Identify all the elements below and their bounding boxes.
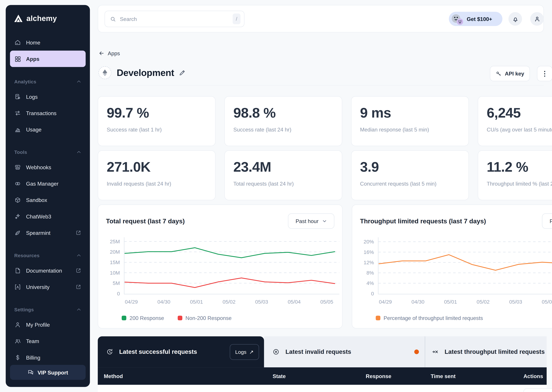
sidebar-item-team[interactable]: Team <box>10 333 86 349</box>
sidebar-item-label: Usage <box>26 126 42 132</box>
legend-item-200-response: 200 Response <box>122 315 164 321</box>
stat-label: Concurrent requests (last 5 min) <box>360 181 460 187</box>
tab-latest-successful-requests[interactable]: Latest successful requests Logs ↗ <box>98 336 264 367</box>
webhooks-icon <box>14 164 21 170</box>
sidebar-item-label: Logs <box>26 94 38 100</box>
sidebar: alchemy Home Apps Analytics Logs Transac <box>6 5 90 387</box>
more-options-button[interactable]: ⋮ <box>537 66 552 81</box>
svg-text:20%: 20% <box>363 239 374 245</box>
chatweb3-sparkles-icon <box>14 213 21 220</box>
invalid-requests-indicator-dot <box>414 350 419 354</box>
stat-label: Invalid requests (last 24 hr) <box>107 181 207 187</box>
stat-card-success-rate-1hr: 99.7 % Success rate (last 1 hr) <box>98 96 216 146</box>
stat-label: Success rate (last 24 hr) <box>233 126 333 133</box>
table-header: Method State Response Time sent Actions <box>98 367 547 385</box>
range-selector-dropdown[interactable]: Past hour <box>288 213 334 229</box>
svg-text:5M: 5M <box>113 280 120 286</box>
page-title: Development <box>117 67 174 78</box>
stat-label: Throughput limited % (last 24 hr) <box>487 181 552 187</box>
alchemy-logo-icon <box>14 14 23 23</box>
stat-value: 23.4M <box>233 159 333 175</box>
svg-text:0: 0 <box>117 291 120 297</box>
breadcrumb[interactable]: Apps <box>98 50 120 56</box>
logo-text: alchemy <box>26 14 57 23</box>
promo-avatars <box>449 12 465 26</box>
x-circle-icon <box>273 349 279 355</box>
sidebar-item-label: University <box>26 284 50 290</box>
spearmint-leaf-icon <box>14 229 21 236</box>
kebab-icon: ⋮ <box>541 70 548 78</box>
sidebar-item-sandbox[interactable]: Sandbox <box>10 192 86 208</box>
document-icon <box>14 267 21 274</box>
section-title: Resources <box>14 253 40 258</box>
table-row[interactable]: getAssetTransfer Success 200 Just now Si… <box>98 385 547 392</box>
stat-card-throughput-limited-pct: 11.2 % Throughput limited % (last 24 hr) <box>478 150 552 200</box>
edit-pencil-icon[interactable] <box>179 69 186 76</box>
home-icon <box>14 39 21 46</box>
sidebar-item-spearmint[interactable]: Spearmint <box>10 224 86 241</box>
range-selector-dropdown[interactable]: Past hour <box>542 213 552 229</box>
vip-support-button[interactable]: VIP Support <box>10 365 86 380</box>
top-bar: / Get $100+ <box>98 5 544 32</box>
section-title: Settings <box>14 307 34 312</box>
sidebar-item-usage[interactable]: Usage <box>10 121 86 138</box>
account-button[interactable] <box>530 12 544 26</box>
notifications-button[interactable] <box>508 12 522 26</box>
sidebar-item-university[interactable]: University <box>10 279 86 295</box>
sidebar-section-resources[interactable]: Resources <box>10 249 86 262</box>
search-box[interactable]: / <box>104 11 244 27</box>
sidebar-item-documentation[interactable]: Documentation <box>10 262 86 279</box>
sidebar-item-my-profile[interactable]: My Profile <box>10 316 86 333</box>
alchemy-logo: alchemy <box>10 14 86 23</box>
chevron-up-icon <box>76 79 81 84</box>
sidebar-section-settings[interactable]: Settings <box>10 303 86 316</box>
logs-button[interactable]: Logs ↗ <box>230 344 259 360</box>
tab-latest-throughput-limited-requests[interactable]: Latest throughput limited requests <box>425 336 547 367</box>
search-input[interactable] <box>120 16 232 22</box>
sidebar-item-apps[interactable]: Apps <box>10 50 86 67</box>
usage-icon <box>14 126 21 133</box>
stat-label: Success rate (last 1 hr) <box>107 126 207 133</box>
sidebar-nav: Home Apps Analytics Logs Transactions Us… <box>10 34 86 365</box>
sidebar-item-billing[interactable]: Billing <box>10 349 86 366</box>
sidebar-item-label: Transactions <box>26 110 57 116</box>
bell-icon <box>512 15 519 22</box>
external-link-icon <box>76 284 81 290</box>
column-header-state: State <box>273 373 366 379</box>
sidebar-item-gas-manager[interactable]: Gas Manager <box>10 175 86 192</box>
breadcrumb-label: Apps <box>108 50 120 56</box>
total-requests-line-chart: 25M20M15M10M5M004/2904/3005/0105/0205/03… <box>98 231 343 308</box>
sidebar-item-home[interactable]: Home <box>10 34 86 50</box>
chart-title: Throughput limited requests (last 7 days… <box>360 218 486 225</box>
get-100-button[interactable]: Get $100+ <box>449 12 502 26</box>
tab-latest-invalid-requests[interactable]: Latest invalid requests <box>264 336 425 367</box>
sidebar-section-analytics[interactable]: Analytics <box>10 75 86 88</box>
api-key-label: API key <box>505 70 524 77</box>
sidebar-item-webhooks[interactable]: Webhooks <box>10 159 86 175</box>
header-divider <box>98 85 544 85</box>
svg-text:25M: 25M <box>110 238 120 245</box>
svg-text:04/29: 04/29 <box>379 299 392 305</box>
svg-text:05/03: 05/03 <box>509 299 522 305</box>
stat-label: Total requests (last 24 hr) <box>233 181 333 187</box>
chevron-down-icon <box>322 219 327 223</box>
api-key-button[interactable]: API key <box>490 66 530 81</box>
svg-text:8%: 8% <box>366 270 374 276</box>
sidebar-item-label: My Profile <box>26 322 50 328</box>
transactions-icon <box>14 110 21 116</box>
svg-text:4%: 4% <box>366 280 374 286</box>
sidebar-item-logs[interactable]: Logs <box>10 88 86 105</box>
sidebar-item-chatweb3[interactable]: ChatWeb3 <box>10 208 86 224</box>
svg-text:10M: 10M <box>110 270 120 276</box>
stat-label: Median response (last 5 min) <box>360 126 460 133</box>
similar-requests-button[interactable]: Similar <box>523 388 552 392</box>
back-arrow-icon <box>98 50 104 56</box>
sandbox-icon <box>14 196 21 203</box>
stat-card-concurrent-requests: 3.9 Concurrent requests (last 5 min) <box>351 150 469 200</box>
stat-value: 11.2 % <box>487 159 552 175</box>
chat-bubbles-icon <box>28 369 34 376</box>
svg-text:05/02: 05/02 <box>223 299 235 305</box>
key-icon <box>496 70 502 77</box>
sidebar-section-tools[interactable]: Tools <box>10 145 86 159</box>
sidebar-item-transactions[interactable]: Transactions <box>10 105 86 121</box>
